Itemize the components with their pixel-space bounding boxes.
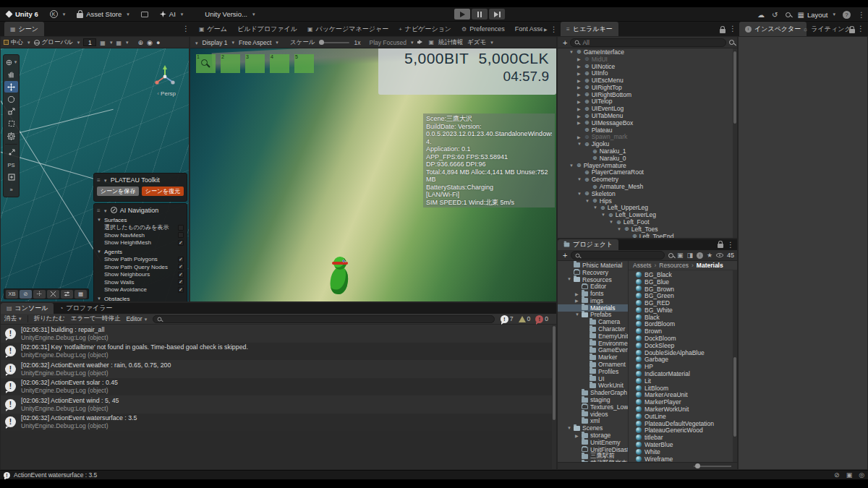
expand-arrow-icon[interactable]: ▼ (567, 277, 571, 281)
hierarchy-item[interactable]: ▶ ⊕ UIInfo (558, 69, 733, 77)
mute-audio-button[interactable] (417, 40, 424, 45)
expand-arrow-icon[interactable]: ▶ (577, 99, 582, 104)
snap-settings-dropdown[interactable] (100, 39, 112, 46)
project-folder-row[interactable]: UI (558, 375, 628, 382)
console-search-input[interactable] (153, 315, 495, 323)
console-log-entry[interactable]: [02:06:31] building : repair_all UnityEn… (1, 325, 552, 343)
scale-slider[interactable] (319, 42, 349, 43)
project-folder-row[interactable]: xml (558, 418, 628, 425)
search-picker-icon[interactable] (729, 40, 734, 45)
play-button[interactable] (454, 9, 470, 20)
expand-arrow-icon[interactable]: ▼ (601, 213, 606, 217)
hierarchy-item[interactable]: ▶ ⊕ MidUI (558, 56, 733, 63)
projection-mode-label[interactable]: Persp (157, 90, 176, 97)
breadcrumb-assets[interactable]: Assets (633, 262, 652, 269)
project-folder-row[interactable]: Character (558, 325, 628, 333)
project-folder-row[interactable]: Ornament (558, 361, 628, 368)
expand-arrow-icon[interactable]: ▼ (575, 312, 579, 317)
version-menu[interactable]: Unity Versio... (199, 7, 260, 21)
tab-scene[interactable]: ▦ シーン (4, 22, 44, 36)
breadcrumb-materials[interactable]: Materials (697, 262, 723, 269)
ai-nav-row[interactable]: ▼ Agents (97, 248, 184, 256)
material-item[interactable]: MarkerAreaUnit (636, 392, 733, 399)
create-object-button[interactable] (561, 38, 567, 47)
material-item[interactable]: IndicatorMaterial (636, 370, 733, 377)
hierarchy-item[interactable]: ▶ ⊕ UINotice (558, 63, 733, 70)
asset-zoom-slider[interactable] (694, 466, 731, 467)
project-folder-row[interactable]: EnemyUnit (558, 333, 628, 340)
hierarchy-scrollbar[interactable] (733, 48, 737, 238)
ai-nav-checkbox[interactable] (178, 272, 184, 278)
project-folder-row[interactable]: Phisic Material (558, 262, 628, 269)
search-icon[interactable] (786, 12, 791, 17)
material-item[interactable]: BG_RED (636, 299, 733, 307)
expand-arrow-icon[interactable]: ▶ (577, 78, 582, 83)
hierarchy-item[interactable]: ▼ ⊕ Geometry (558, 176, 733, 183)
console-log-entry[interactable]: [02:06:32] ActionEvent wind : 5, 45 Unit… (1, 395, 552, 414)
ai-nav-row[interactable]: Show Path Query Nodes (97, 263, 184, 271)
material-item[interactable]: PlateauGenericWood (636, 427, 733, 435)
material-item[interactable]: BordBloom (636, 321, 733, 328)
account-menu[interactable]: K (44, 7, 72, 21)
layout-menu[interactable]: ▦ Layout (798, 7, 836, 22)
create-asset-button[interactable] (561, 251, 567, 260)
settings-overlay-button[interactable] (61, 290, 73, 299)
hierarchy-item[interactable]: ⊕ Left_ToeEnd (558, 233, 733, 238)
material-item[interactable]: PlateauDefaultVegetation (636, 420, 733, 427)
move-tool-button[interactable] (4, 81, 18, 93)
material-item[interactable]: BG_Brown (636, 286, 733, 293)
hierarchy-item[interactable]: ▼ ⊕ Skeleton (558, 190, 733, 197)
hierarchy-item[interactable]: ▼ ⊕ Left_Toes (558, 226, 733, 233)
item-slot[interactable]: 2 (221, 54, 240, 73)
expand-arrow-icon[interactable]: ▶ (577, 56, 582, 61)
group-arrow-icon[interactable]: ▼ (97, 296, 102, 301)
console-log-entry[interactable]: [02:06:32] ActionEvent solar : 0.45 Unit… (1, 378, 552, 396)
expand-arrow-icon[interactable]: ▶ (577, 120, 582, 125)
hierarchy-item[interactable]: ▼ ⊕ Jigoku (558, 140, 733, 147)
materials-scrollbar[interactable] (733, 270, 737, 462)
expand-arrow-icon[interactable]: ▼ (567, 426, 571, 430)
info-count-toggle[interactable]: 7 (501, 315, 514, 323)
project-folder-row[interactable]: Textures_Low (558, 403, 628, 411)
ps-tool-button[interactable]: PS (4, 159, 18, 171)
material-item[interactable]: Garbage (636, 356, 733, 364)
game-area-tab[interactable]: ▣ ゲーム (194, 22, 232, 36)
hierarchy-item[interactable]: ▶ ⊕ UIMessageBox (558, 119, 733, 127)
hierarchy-item[interactable]: ⊕ Naraku_1 (558, 147, 733, 155)
material-item[interactable]: Wireframe (636, 455, 733, 462)
rotate-tool-button[interactable] (4, 93, 18, 105)
material-item[interactable]: MarkerPlayer (636, 398, 733, 406)
editor-dropdown[interactable]: Editor (126, 315, 147, 322)
material-item[interactable]: OutLine (636, 413, 733, 420)
expand-arrow-icon[interactable]: ▶ (577, 134, 582, 140)
ai-nav-row[interactable]: 選択したもののみを表示 (97, 224, 184, 232)
hierarchy-kebab-icon[interactable] (729, 25, 736, 33)
ai-nav-checkbox[interactable] (178, 287, 184, 293)
game-area-tab[interactable]: ⚙ Preferences (456, 22, 510, 36)
project-folder-row[interactable]: GameEvent (558, 347, 628, 354)
scene-restore-button[interactable]: シーンを復元 (142, 187, 184, 196)
project-folder-row[interactable]: ▶ storage (558, 432, 628, 439)
scene-panel-kebab-icon[interactable] (182, 25, 190, 33)
ai-nav-row[interactable]: ▼ Surfaces (97, 216, 184, 224)
menubar-kebab-icon[interactable] (858, 11, 865, 19)
error-pause-toggle[interactable]: エラーで一時停止 (71, 314, 121, 323)
display-dropdown[interactable]: Display 1 (203, 39, 234, 46)
asset-store-menu[interactable]: Asset Store (71, 7, 135, 21)
ai-nav-checkbox[interactable] (178, 225, 184, 231)
vsync-button[interactable]: ▣ (428, 39, 434, 46)
expand-arrow-icon[interactable]: ▶ (577, 106, 582, 111)
material-item[interactable]: White (636, 448, 733, 455)
ai-nav-row[interactable]: ▼ Obstacles (97, 295, 184, 301)
hierarchy-lock-icon[interactable] (720, 29, 726, 33)
hierarchy-item[interactable]: ▶ ⊕ UITelop (558, 98, 733, 106)
cloud-icon[interactable]: ☁ (757, 11, 765, 19)
material-item[interactable]: MarkerWorkUnit (636, 406, 733, 413)
rect-tool-button[interactable] (4, 118, 18, 129)
expand-arrow-icon[interactable]: ▶ (577, 92, 582, 97)
more-tools-button[interactable]: » (4, 184, 18, 195)
info-icon[interactable]: i (697, 252, 703, 259)
console-log-entry[interactable]: [02:06:31] Key 'notfailtime' not found i… (1, 343, 552, 361)
ai-nav-row[interactable]: Show HeightMesh (97, 239, 184, 247)
material-item[interactable]: Lit (636, 377, 733, 385)
